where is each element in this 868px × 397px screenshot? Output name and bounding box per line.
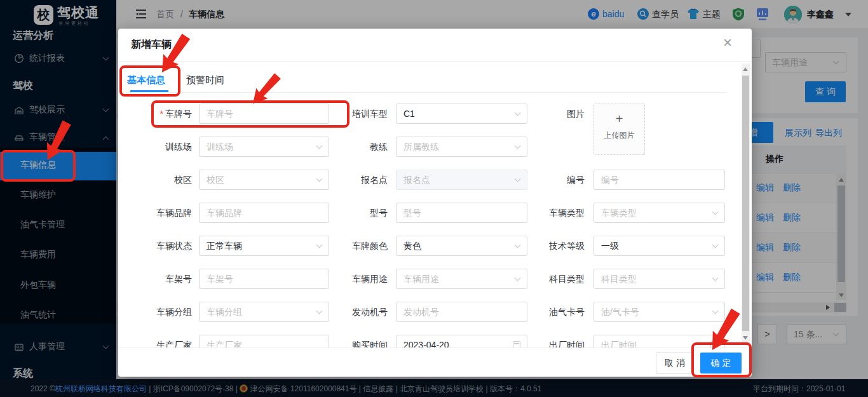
- field-label-number: 编号: [506, 170, 585, 190]
- field-label-vehicle-use: 车辆用途: [309, 269, 388, 289]
- placeholder: 报名点: [403, 175, 430, 185]
- placeholder: 车辆分组: [207, 307, 242, 317]
- close-icon[interactable]: ×: [723, 35, 732, 50]
- field-label-manufacturer: 生产厂家: [144, 335, 192, 347]
- value: 一级: [601, 241, 619, 251]
- image-upload-box[interactable]: + 上传图片: [593, 104, 645, 155]
- placeholder: 车辆用途: [403, 274, 439, 284]
- value: 2023-04-20: [403, 340, 449, 347]
- add-vehicle-modal: 新增车辆 × 基本信息 预警时间 *车牌号 车牌号 培训车型 C1 图片 + 上…: [118, 29, 752, 377]
- vehicle-type-select[interactable]: 车辆类型: [593, 203, 725, 223]
- field-label-vehicle-status: 车辆状态: [144, 236, 192, 256]
- placeholder: 车架号: [207, 274, 233, 284]
- upload-text: 上传图片: [594, 130, 644, 141]
- modal-header: 新增车辆 ×: [118, 29, 752, 62]
- field-label-vin: 车架号: [144, 269, 192, 289]
- field-label-engine-number: 发动机号: [309, 302, 388, 322]
- value: 正常车辆: [207, 241, 242, 251]
- required-mark: *: [160, 109, 163, 119]
- placeholder: 发动机号: [403, 307, 439, 317]
- chevron-down-icon: [712, 308, 719, 314]
- plus-icon: +: [594, 112, 644, 126]
- tab-basic-info[interactable]: 基本信息: [127, 74, 165, 86]
- subject-type-select[interactable]: 科目类型: [593, 269, 725, 289]
- field-label-tech-level: 技术等级: [506, 236, 585, 256]
- placeholder: 训练场: [207, 142, 233, 152]
- placeholder: 型号: [403, 208, 421, 218]
- field-label-image: 图片: [506, 104, 585, 124]
- field-label-model: 型号: [309, 203, 388, 223]
- placeholder: 生产厂家: [207, 340, 242, 347]
- field-label-plate-color: 车牌颜色: [309, 236, 388, 256]
- chevron-down-icon: [712, 242, 719, 248]
- scroll-up-arrow-icon[interactable]: [743, 67, 748, 71]
- scroll-down-arrow-icon[interactable]: [743, 336, 748, 340]
- placeholder: 科目类型: [601, 274, 637, 284]
- modal-footer: 取 消 确 定: [118, 347, 752, 377]
- placeholder: 所属教练: [403, 142, 439, 152]
- chevron-down-icon: [515, 143, 521, 149]
- field-label-purchase-date: 购买时间: [309, 335, 388, 347]
- number-input[interactable]: 编号: [593, 170, 725, 190]
- factory-date-input[interactable]: 出厂时间: [593, 335, 725, 347]
- tech-level-select[interactable]: 一级: [593, 236, 725, 256]
- placeholder: 车辆类型: [601, 208, 637, 218]
- app-screen: 校 驾校通 管理更轻松 运营分析 统计报表 驾校 驾校展示 车辆管理 车辆信息 …: [0, 0, 868, 397]
- scrollbar-thumb[interactable]: [742, 76, 749, 331]
- value: 黄色: [403, 241, 421, 251]
- confirm-button[interactable]: 确 定: [700, 353, 742, 373]
- fuel-card-number-select[interactable]: 油/气卡号: [593, 302, 725, 322]
- field-label-fuel-card-number: 油气卡号: [506, 302, 585, 322]
- calendar-icon: [710, 341, 718, 347]
- field-label-campus: 校区: [144, 170, 192, 190]
- field-label-vehicle-brand: 车辆品牌: [144, 203, 192, 223]
- field-label-coach: 教练: [309, 137, 388, 157]
- field-label-training-ground: 训练场: [144, 137, 192, 157]
- chevron-down-icon: [712, 275, 719, 281]
- field-label-registration-point: 报名点: [309, 170, 388, 190]
- field-label-subject-type: 科目类型: [506, 269, 585, 289]
- tab-warning-time[interactable]: 预警时间: [186, 74, 224, 86]
- placeholder: 出厂时间: [601, 340, 637, 347]
- placeholder: 油/气卡号: [601, 307, 639, 317]
- cancel-button[interactable]: 取 消: [656, 353, 694, 373]
- tab-divider: [127, 92, 726, 93]
- placeholder: 车牌号: [207, 109, 233, 119]
- value: C1: [403, 109, 415, 119]
- modal-body: 基本信息 预警时间 *车牌号 车牌号 培训车型 C1 图片 + 上传图片 训练场…: [118, 62, 752, 347]
- field-label-factory-date: 出厂时间: [506, 335, 585, 347]
- placeholder: 校区: [207, 175, 224, 185]
- field-label-plate-number: *车牌号: [144, 104, 192, 124]
- coach-select[interactable]: 所属教练: [396, 137, 527, 157]
- placeholder: 车辆品牌: [207, 208, 242, 218]
- field-label-vehicle-group: 车辆分组: [144, 302, 192, 322]
- chevron-down-icon: [712, 209, 719, 215]
- placeholder: 编号: [601, 175, 619, 185]
- field-label-training-vehicle-type: 培训车型: [309, 104, 388, 124]
- field-label-vehicle-type: 车辆类型: [506, 203, 585, 223]
- modal-title: 新增车辆: [131, 38, 172, 51]
